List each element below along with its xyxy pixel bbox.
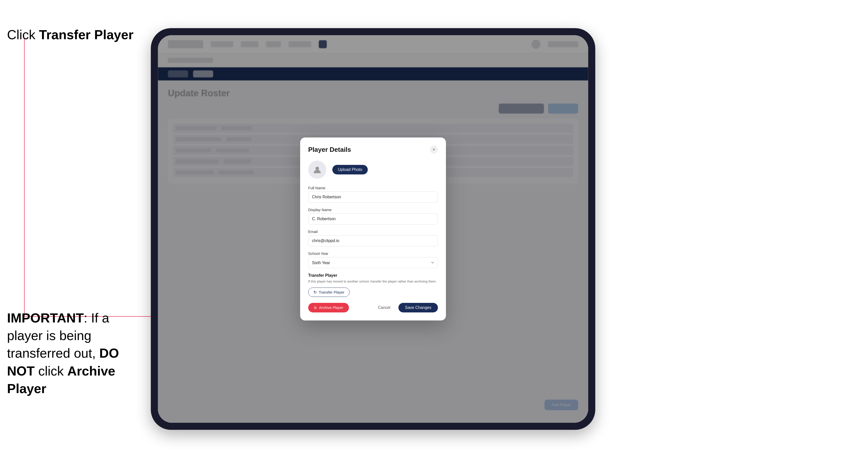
- full-name-group: Full Name: [308, 186, 438, 203]
- school-year-group: School Year First Year Second Year Third…: [308, 251, 438, 268]
- email-input[interactable]: [308, 235, 438, 246]
- archive-icon: ⊘: [314, 305, 317, 310]
- photo-section: Upload Photo: [308, 161, 438, 179]
- ipad-device: Update Roster: [151, 28, 595, 430]
- transfer-player-button[interactable]: ↻ Transfer Player: [308, 287, 350, 297]
- instruction-bold: Transfer Player: [39, 27, 133, 42]
- instruction-top: Click Transfer Player: [7, 27, 133, 42]
- archive-btn-label: Archive Player: [319, 305, 343, 310]
- modal-close-button[interactable]: ×: [430, 146, 438, 154]
- instruction-bottom: IMPORTANT: If a player is being transfer…: [7, 309, 148, 397]
- modal-header: Player Details ×: [308, 146, 438, 154]
- modal-footer: ⊘ Archive Player Cancel Save Changes: [308, 303, 438, 312]
- modal-title: Player Details: [308, 146, 351, 154]
- upload-photo-button[interactable]: Upload Photo: [332, 165, 368, 175]
- email-group: Email: [308, 229, 438, 246]
- ipad-screen: Update Roster: [158, 35, 588, 423]
- transfer-section: Transfer Player If this player has moved…: [308, 273, 438, 297]
- school-year-label: School Year: [308, 251, 438, 256]
- avatar-circle: [308, 161, 326, 179]
- transfer-btn-label: Transfer Player: [319, 290, 344, 294]
- player-details-modal: Player Details × Upload Photo Full N: [300, 137, 446, 320]
- display-name-label: Display Name: [308, 208, 438, 212]
- school-year-select[interactable]: First Year Second Year Third Year Fourth…: [308, 257, 438, 268]
- instruction-suffix: click: [35, 364, 67, 378]
- display-name-input[interactable]: [308, 213, 438, 224]
- email-label: Email: [308, 229, 438, 234]
- important-label: IMPORTANT: [7, 311, 84, 325]
- instruction-prefix: Click: [7, 27, 39, 42]
- modal-overlay: Player Details × Upload Photo Full N: [158, 35, 588, 423]
- archive-player-button[interactable]: ⊘ Archive Player: [308, 303, 349, 312]
- svg-point-0: [315, 167, 319, 170]
- cancel-button[interactable]: Cancel: [374, 303, 395, 312]
- full-name-input[interactable]: [308, 191, 438, 203]
- transfer-icon: ↻: [313, 290, 317, 294]
- full-name-label: Full Name: [308, 186, 438, 190]
- transfer-section-title: Transfer Player: [308, 273, 438, 278]
- save-changes-button[interactable]: Save Changes: [398, 303, 438, 312]
- person-icon: [313, 165, 322, 174]
- transfer-section-desc: If this player has moved to another scho…: [308, 279, 438, 284]
- arrow-vertical: [24, 39, 25, 317]
- display-name-group: Display Name: [308, 208, 438, 224]
